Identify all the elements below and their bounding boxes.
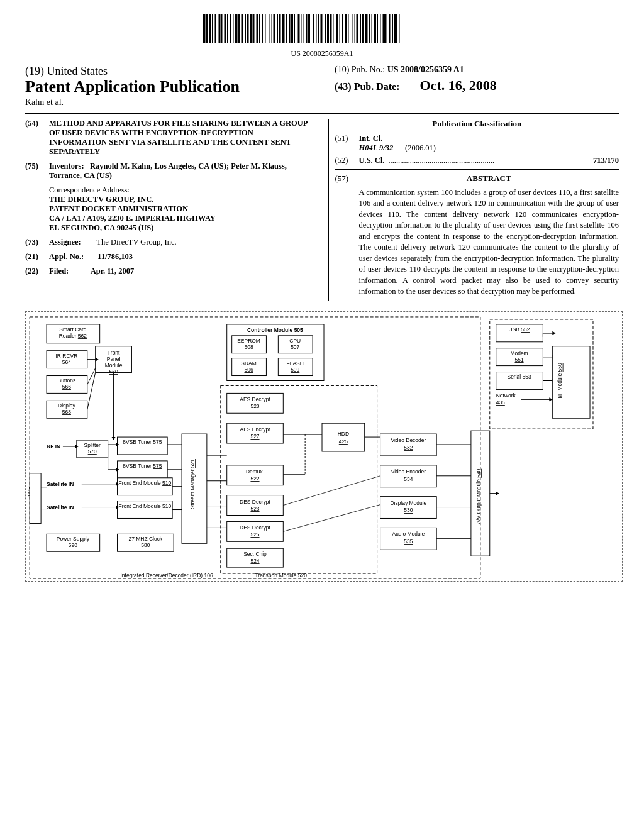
svg-text:Demux.: Demux. xyxy=(246,468,264,474)
svg-rect-36 xyxy=(306,14,308,43)
svg-marker-194 xyxy=(549,397,552,401)
svg-text:AES Encrypt: AES Encrypt xyxy=(240,426,271,433)
barcode-area xyxy=(25,13,619,47)
svg-marker-225 xyxy=(496,491,499,495)
svg-line-218 xyxy=(283,504,380,531)
svg-text:523: 523 xyxy=(250,505,259,511)
right-header: (10) Pub. No.: US 2008/0256359 A1 (43) P… xyxy=(322,65,619,94)
svg-rect-58 xyxy=(372,14,373,43)
svg-text:8VSB Tuner 575: 8VSB Tuner 575 xyxy=(123,439,162,445)
pub-number: US 20080256359A1 xyxy=(25,49,619,58)
svg-rect-41 xyxy=(321,14,323,43)
correspondence-label: Correspondence Address: xyxy=(49,185,309,195)
svg-marker-93 xyxy=(112,437,116,440)
svg-rect-8 xyxy=(225,14,226,43)
field-51-num: (51) xyxy=(335,134,359,143)
svg-text:534: 534 xyxy=(404,475,413,482)
svg-text:425: 425 xyxy=(339,438,348,445)
svg-text:IR RCVR: IR RCVR xyxy=(56,352,78,358)
field-21-value: 11/786,103 xyxy=(97,252,133,261)
pub-no-value: US 2008/0256359 A1 xyxy=(387,65,464,74)
right-column: Publication Classification (51) Int. Cl.… xyxy=(328,119,619,301)
inventors-line: Kahn et al. xyxy=(25,97,309,108)
svg-rect-33 xyxy=(298,14,300,43)
svg-rect-17 xyxy=(250,14,253,43)
field-21-row: (21) Appl. No.: 11/786,103 xyxy=(25,252,309,262)
svg-text:568: 568 xyxy=(62,409,71,415)
svg-text:570: 570 xyxy=(88,448,97,455)
svg-text:RF IN: RF IN xyxy=(47,443,60,450)
svg-text:Satellite IN: Satellite IN xyxy=(47,480,74,487)
field-51-year: (2006.01) xyxy=(405,143,436,152)
field-52-dots: ........................................… xyxy=(388,156,593,165)
svg-text:Video Encoder: Video Encoder xyxy=(391,468,426,474)
svg-rect-37 xyxy=(308,14,310,43)
svg-text:Audio Module: Audio Module xyxy=(392,531,425,537)
svg-rect-67 xyxy=(399,14,400,43)
svg-text:507: 507 xyxy=(291,343,299,350)
svg-text:DES Decrypt: DES Decrypt xyxy=(240,524,271,531)
svg-text:FLASH: FLASH xyxy=(287,360,304,366)
svg-rect-16 xyxy=(247,14,249,43)
svg-text:564: 564 xyxy=(62,358,71,365)
abstract-divider xyxy=(335,169,619,170)
field-52-num: (52) xyxy=(335,156,359,165)
field-22-num: (22) xyxy=(25,267,49,276)
svg-rect-57 xyxy=(369,14,370,43)
svg-text:530: 530 xyxy=(404,507,413,513)
svg-text:528: 528 xyxy=(250,403,259,409)
field-73-label: Assignee: xyxy=(49,238,81,246)
svg-rect-20 xyxy=(259,14,260,43)
svg-text:Smart Card: Smart Card xyxy=(59,326,87,332)
svg-rect-21 xyxy=(262,14,264,43)
svg-rect-66 xyxy=(394,14,397,43)
svg-rect-2 xyxy=(206,14,208,43)
svg-text:508: 508 xyxy=(245,343,253,350)
abstract-text: A communication system 100 includes a gr… xyxy=(359,187,619,297)
svg-rect-63 xyxy=(387,14,388,43)
svg-rect-28 xyxy=(282,14,285,43)
field-75-label: Inventors: xyxy=(49,162,84,170)
pub-no-line: (10) Pub. No.: US 2008/0256359 A1 xyxy=(335,65,619,75)
svg-rect-25 xyxy=(274,14,275,43)
svg-text:Integrated Receiver/Decoder (I: Integrated Receiver/Decoder (IRD) 106 xyxy=(121,572,213,578)
svg-rect-10 xyxy=(230,14,231,43)
svg-rect-32 xyxy=(294,14,296,43)
field-22-value: Apr. 11, 2007 xyxy=(91,267,135,275)
field-57-num: (57) xyxy=(335,174,359,297)
svg-rect-45 xyxy=(333,14,334,43)
svg-text:Display Module: Display Module xyxy=(390,499,426,506)
svg-rect-65 xyxy=(392,14,394,43)
main-divider xyxy=(25,113,619,114)
svg-text:580: 580 xyxy=(141,542,150,548)
pub-classification-title: Publication Classification xyxy=(335,119,619,129)
svg-text:Front: Front xyxy=(108,349,120,355)
field-54-num: (54) xyxy=(25,119,49,157)
field-57-content: ABSTRACT A communication system 100 incl… xyxy=(359,174,619,297)
svg-text:Satellite IN: Satellite IN xyxy=(47,504,74,510)
svg-rect-14 xyxy=(242,14,243,43)
header-section: (19) United States Patent Application Pu… xyxy=(25,65,619,108)
main-content: (54) METHOD AND APPARATUS FOR FILE SHARI… xyxy=(25,119,619,301)
svg-text:Stream Manager 521: Stream Manager 521 xyxy=(189,458,196,509)
svg-text:8VSB Tuner 575: 8VSB Tuner 575 xyxy=(123,462,162,468)
svg-line-217 xyxy=(283,475,380,505)
svg-text:Panel: Panel xyxy=(107,355,121,362)
svg-rect-35 xyxy=(304,14,305,43)
svg-rect-27 xyxy=(279,14,281,43)
svg-text:Module: Module xyxy=(105,362,123,368)
svg-text:551: 551 xyxy=(514,356,523,362)
svg-text:Controller Module 505: Controller Module 505 xyxy=(247,326,303,333)
field-51-class: H04L 9/32 xyxy=(359,143,394,152)
svg-text:Reader 562: Reader 562 xyxy=(59,332,87,338)
svg-text:Display: Display xyxy=(58,402,75,409)
svg-text:590: 590 xyxy=(69,542,77,548)
svg-rect-18 xyxy=(253,14,255,43)
svg-text:509: 509 xyxy=(291,366,299,372)
svg-line-87 xyxy=(87,368,96,384)
svg-rect-64 xyxy=(389,14,391,43)
patent-title: Patent Application Publication xyxy=(25,78,309,96)
field-51-content: Int. Cl. H04L 9/32 (2006.01) xyxy=(359,134,436,153)
field-52-value: 713/170 xyxy=(593,156,619,165)
svg-rect-4 xyxy=(212,14,213,43)
